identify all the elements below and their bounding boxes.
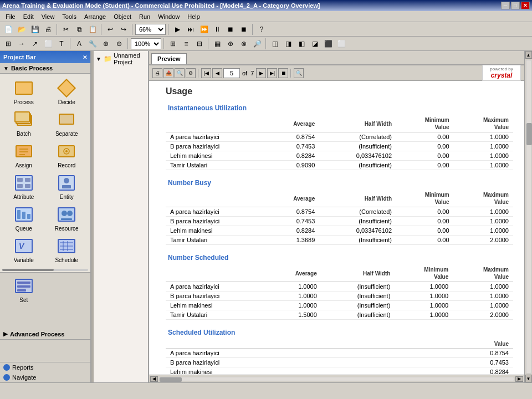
tree-item-unnamed-project[interactable]: ▼ 📁 Unnamed Project bbox=[94, 51, 148, 66]
menu-object[interactable]: Object bbox=[110, 12, 135, 21]
scroll-down-button[interactable]: ▼ bbox=[525, 375, 532, 382]
sidebar-item-batch[interactable]: Batch bbox=[3, 109, 44, 138]
sidebar-item-schedule[interactable]: Schedule bbox=[47, 235, 88, 264]
sidebar-item-process[interactable]: Process bbox=[3, 77, 44, 106]
menu-file[interactable]: File bbox=[2, 12, 19, 21]
menu-run[interactable]: Run bbox=[136, 12, 154, 21]
menu-edit[interactable]: Edit bbox=[20, 12, 37, 21]
tb2-align3[interactable]: ⊟ bbox=[193, 38, 206, 50]
sidebar-item-navigate[interactable]: Navigate bbox=[0, 372, 90, 382]
tb2-misc2[interactable]: ⊕ bbox=[224, 38, 237, 50]
minimize-button[interactable]: ─ bbox=[501, 2, 510, 9]
tb2-view3[interactable]: ◧ bbox=[295, 38, 308, 50]
tb2-btn3[interactable]: ↗ bbox=[29, 38, 41, 50]
row-name: A parca hazirlayici bbox=[166, 207, 267, 217]
tb2-misc1[interactable]: ▦ bbox=[211, 38, 223, 50]
col-halfwidth-0: Half Width bbox=[319, 115, 396, 132]
tb2-align2[interactable]: ≡ bbox=[180, 38, 192, 50]
print-report-button[interactable]: 🖨 bbox=[152, 68, 162, 78]
row-min: 0.00 bbox=[396, 236, 454, 245]
restore-button[interactable]: □ bbox=[511, 2, 520, 9]
tb2-btn6[interactable]: A bbox=[73, 38, 85, 50]
step-button[interactable]: ⏭ bbox=[185, 23, 197, 35]
scroll-left-button[interactable]: ◀ bbox=[150, 376, 158, 382]
tb2-align1[interactable]: ⊞ bbox=[167, 38, 179, 50]
sidebar-item-assign[interactable]: Assign bbox=[3, 140, 44, 170]
sidebar-item-separate[interactable]: Separate bbox=[47, 109, 88, 138]
open-button[interactable]: 📂 bbox=[16, 23, 28, 35]
tb2-view5[interactable]: ⬛ bbox=[322, 38, 334, 50]
sidebar-scrollbar[interactable] bbox=[2, 269, 88, 271]
copy-button[interactable]: ⧉ bbox=[73, 23, 85, 35]
advanced-process-header[interactable]: ▶ Advanced Process bbox=[0, 329, 90, 340]
prev-page-button[interactable]: ◀ bbox=[212, 68, 222, 78]
export-button[interactable]: 📤 bbox=[163, 68, 173, 78]
sidebar-item-resource[interactable]: Resource bbox=[47, 203, 88, 233]
menu-help[interactable]: Help bbox=[184, 12, 203, 21]
vertical-scrollbar[interactable]: ▲ ▼ bbox=[524, 51, 532, 382]
scroll-up-button[interactable]: ▲ bbox=[525, 51, 532, 59]
tb2-btn8[interactable]: ⊕ bbox=[100, 38, 112, 50]
run-button[interactable]: ▶ bbox=[171, 23, 183, 35]
last-page-button[interactable]: ▶| bbox=[267, 68, 277, 78]
row-max: 1.0000 bbox=[453, 291, 513, 301]
row-halfwidth: (Correlated) bbox=[319, 132, 396, 142]
pause-button[interactable]: ⏸ bbox=[211, 23, 223, 35]
new-button[interactable]: 📄 bbox=[2, 23, 14, 35]
menu-window[interactable]: Window bbox=[155, 12, 183, 21]
tb2-btn2[interactable]: → bbox=[16, 38, 28, 50]
sidebar-item-set[interactable]: Set bbox=[3, 275, 44, 304]
stop-load-button[interactable]: ⏹ bbox=[278, 68, 288, 78]
sidebar-close-button[interactable]: ✕ bbox=[83, 54, 87, 60]
search-button[interactable]: 🔍 bbox=[294, 68, 304, 78]
tb2-view2[interactable]: ◨ bbox=[282, 38, 294, 50]
tb2-view4[interactable]: ◪ bbox=[309, 38, 321, 50]
menu-tools[interactable]: Tools bbox=[59, 12, 80, 21]
tb2-btn4[interactable]: ⬜ bbox=[42, 38, 54, 50]
zoom-select-2[interactable]: 100% 150% 200% bbox=[131, 38, 161, 49]
svg-rect-38 bbox=[17, 289, 26, 291]
menu-view[interactable]: View bbox=[38, 12, 58, 21]
zoom-select[interactable]: 66% 100% 150% bbox=[135, 24, 166, 35]
fast-forward-button[interactable]: ⏩ bbox=[198, 23, 210, 35]
basic-process-header[interactable]: ▼ Basic Process bbox=[0, 63, 90, 74]
undo-button[interactable]: ↩ bbox=[104, 23, 116, 35]
tb2-btn9[interactable]: ⊖ bbox=[113, 38, 125, 50]
sidebar-item-variable[interactable]: V Variable bbox=[3, 235, 44, 264]
tab-preview[interactable]: Preview bbox=[151, 53, 187, 64]
paste-button[interactable]: 📋 bbox=[86, 23, 99, 35]
row-name: Tamir Ustalari bbox=[166, 310, 268, 320]
scroll-right-button[interactable]: ▶ bbox=[515, 376, 523, 382]
report-zoom-out[interactable]: 🔍 bbox=[175, 68, 185, 78]
sep7 bbox=[127, 38, 129, 49]
print-button[interactable]: 🖨 bbox=[42, 23, 54, 35]
tb2-btn7[interactable]: 🔧 bbox=[86, 38, 99, 50]
tb2-view6[interactable]: ⬜ bbox=[335, 38, 347, 50]
close-button[interactable]: ✕ bbox=[521, 2, 530, 9]
first-page-button[interactable]: |◀ bbox=[201, 68, 211, 78]
tb2-view1[interactable]: ◫ bbox=[269, 38, 281, 50]
sidebar-item-queue[interactable]: Queue bbox=[3, 203, 44, 233]
sidebar-item-decide[interactable]: Decide bbox=[47, 77, 88, 106]
report-settings[interactable]: ⚙ bbox=[186, 68, 196, 78]
tb2-misc4[interactable]: 🔎 bbox=[251, 38, 263, 50]
redo-button[interactable]: ↪ bbox=[117, 23, 130, 35]
save-button[interactable]: 💾 bbox=[29, 23, 41, 35]
menu-arrange[interactable]: Arrange bbox=[81, 12, 109, 21]
sidebar-item-record[interactable]: Record bbox=[47, 140, 88, 170]
sidebar-item-entity[interactable]: Entity bbox=[47, 172, 88, 201]
sidebar-item-reports[interactable]: Reports bbox=[0, 362, 90, 372]
tb2-btn1[interactable]: ⊞ bbox=[2, 38, 14, 50]
stop-button[interactable]: ⏹ bbox=[224, 23, 237, 35]
sidebar-item-attribute[interactable]: Attribute bbox=[3, 172, 44, 201]
row-halfwidth: (Insufficient) bbox=[319, 161, 396, 170]
report-content[interactable]: Usage Instantaneous Utilization Average … bbox=[149, 81, 524, 375]
stop2-button[interactable]: ⏹ bbox=[238, 23, 250, 35]
help-btn[interactable]: ? bbox=[255, 23, 268, 35]
tb2-misc3[interactable]: ⊗ bbox=[238, 38, 250, 50]
page-number-input[interactable]: 5 bbox=[223, 68, 240, 78]
next-page-button[interactable]: ▶ bbox=[256, 68, 266, 78]
horizontal-scrollbar[interactable]: ◀ ▶ bbox=[149, 375, 524, 382]
cut-button[interactable]: ✂ bbox=[60, 23, 72, 35]
tb2-btn5[interactable]: T bbox=[55, 38, 68, 50]
